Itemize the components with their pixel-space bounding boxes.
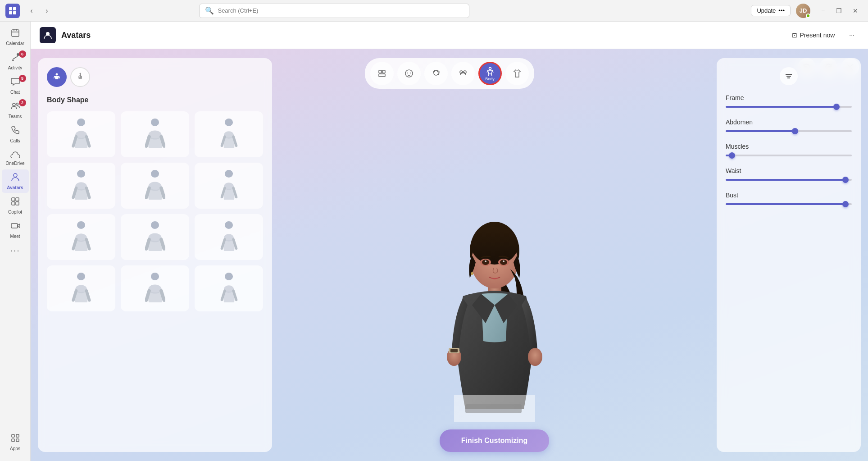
- sidebar-item-calls[interactable]: Calls: [2, 123, 29, 146]
- titlebar: ‹ › 🔍 Update ••• JD − ❐ ✕: [0, 0, 868, 22]
- frame-slider-section: Frame: [726, 94, 852, 108]
- sidebar-meet-label: Meet: [10, 234, 20, 239]
- present-now-label: Present now: [800, 32, 835, 39]
- onedrive-icon: [10, 150, 21, 160]
- frame-thumb[interactable]: [833, 104, 840, 110]
- muscles-label: Muscles: [726, 143, 852, 150]
- muscles-track: [726, 155, 852, 156]
- frame-track: [726, 106, 852, 108]
- svg-line-41: [59, 76, 60, 78]
- frame-fill: [726, 106, 836, 108]
- bust-thumb[interactable]: [842, 201, 849, 207]
- sidebar-avatars-label: Avatars: [7, 185, 23, 190]
- close-button[interactable]: ✕: [848, 4, 863, 18]
- finish-customizing-button[interactable]: Finish Customizing: [440, 429, 550, 452]
- present-now-button[interactable]: ⊡ Present now: [787, 29, 840, 41]
- body-shape-item-11[interactable]: [121, 265, 189, 311]
- sidebar-item-copilot[interactable]: Copilot: [2, 194, 29, 217]
- svg-point-10: [13, 103, 15, 106]
- svg-rect-14: [16, 198, 19, 201]
- waist-thumb[interactable]: [842, 177, 849, 183]
- sidebar-chat-label: Chat: [10, 90, 20, 95]
- svg-rect-13: [12, 198, 15, 201]
- app-header-icon: [40, 27, 56, 43]
- app-header: Avatars ⊡ Present now ···: [31, 22, 868, 49]
- svg-rect-16: [16, 202, 19, 205]
- svg-rect-19: [16, 434, 19, 437]
- more-icon: ···: [10, 245, 20, 256]
- sidebar-item-avatars[interactable]: Avatars: [2, 169, 29, 193]
- calls-icon: [10, 125, 20, 137]
- teams-badge: 2: [19, 99, 26, 106]
- right-panel-header: [726, 67, 852, 85]
- body-shape-item-8[interactable]: [121, 214, 189, 260]
- svg-point-96: [471, 272, 473, 275]
- waist-track: [726, 179, 852, 181]
- body-shape-grid: [47, 111, 263, 311]
- calendar-icon: [10, 28, 20, 40]
- more-options-button[interactable]: ···: [845, 29, 859, 41]
- update-button[interactable]: Update •••: [751, 5, 791, 16]
- svg-rect-17: [11, 224, 18, 228]
- waist-slider-section: Waist: [726, 167, 852, 181]
- maximize-button[interactable]: ❐: [832, 4, 846, 18]
- sidebar-item-apps[interactable]: Apps: [2, 430, 29, 454]
- sidebar-item-more[interactable]: ···: [2, 242, 29, 258]
- svg-rect-1: [13, 7, 16, 10]
- avatar-3d-view: [409, 188, 580, 422]
- sidebar-calls-label: Calls: [10, 138, 20, 143]
- sidebar-item-meet[interactable]: Meet: [2, 218, 29, 242]
- body-shape-item-10[interactable]: [47, 265, 115, 311]
- svg-point-43: [80, 73, 81, 74]
- bust-track: [726, 203, 852, 205]
- body-shape-item-12[interactable]: [195, 265, 263, 311]
- online-indicator: [806, 14, 810, 18]
- bust-slider-section: Bust: [726, 192, 852, 205]
- body-shape-item-2[interactable]: [121, 111, 189, 157]
- sidebar-activity-label: Activity: [8, 65, 23, 70]
- body-shape-item-4[interactable]: [47, 163, 115, 209]
- svg-point-91: [528, 348, 542, 366]
- sidebar-item-activity[interactable]: 6 Activity: [2, 50, 29, 73]
- body-shape-item-6[interactable]: [195, 163, 263, 209]
- svg-rect-3: [13, 11, 16, 14]
- back-button[interactable]: ‹: [25, 5, 38, 17]
- body-shape-item-9[interactable]: [195, 214, 263, 260]
- search-input[interactable]: [218, 7, 464, 14]
- frame-label: Frame: [726, 94, 852, 101]
- sidebar-item-calendar[interactable]: Calendar: [2, 25, 29, 49]
- filter-button[interactable]: [780, 67, 798, 85]
- waist-fill: [726, 179, 845, 181]
- body-shape-item-3[interactable]: [195, 111, 263, 157]
- minimize-button[interactable]: −: [816, 4, 830, 18]
- body-shape-item-5[interactable]: [121, 163, 189, 209]
- sidebar-item-teams[interactable]: 2 Teams: [2, 98, 29, 122]
- body-shape-item-7[interactable]: [47, 214, 115, 260]
- svg-rect-2: [9, 11, 12, 14]
- left-panel-tabs: [47, 67, 263, 87]
- abdomen-thumb[interactable]: [792, 128, 798, 134]
- sidebar-onedrive-label: OneDrive: [5, 161, 24, 166]
- svg-point-39: [56, 73, 58, 76]
- svg-rect-21: [16, 439, 19, 442]
- search-icon: 🔍: [205, 6, 214, 15]
- avatar-editor: Body: [31, 49, 868, 461]
- sidebar-item-chat[interactable]: 5 Chat: [2, 74, 29, 97]
- body-shape-item-1[interactable]: [47, 111, 115, 157]
- search-bar[interactable]: 🔍: [199, 4, 469, 18]
- forward-button[interactable]: ›: [41, 5, 53, 17]
- svg-rect-18: [12, 434, 14, 437]
- app-body: Calendar 6 Activity 5 Chat: [0, 22, 868, 461]
- sidebar-item-onedrive[interactable]: OneDrive: [2, 147, 29, 169]
- user-avatar[interactable]: JD: [796, 4, 810, 18]
- accessories-tab[interactable]: [70, 67, 90, 87]
- content-area: Avatars ⊡ Present now ···: [31, 22, 868, 461]
- svg-rect-95: [454, 395, 535, 422]
- muscles-slider-section: Muscles: [726, 143, 852, 156]
- abdomen-track: [726, 130, 852, 132]
- right-panel: Frame Abdomen Muscles: [717, 58, 861, 452]
- bust-fill: [726, 203, 845, 205]
- body-shape-tab[interactable]: [47, 67, 67, 87]
- avatars-icon: [10, 172, 20, 184]
- muscles-thumb[interactable]: [729, 152, 735, 159]
